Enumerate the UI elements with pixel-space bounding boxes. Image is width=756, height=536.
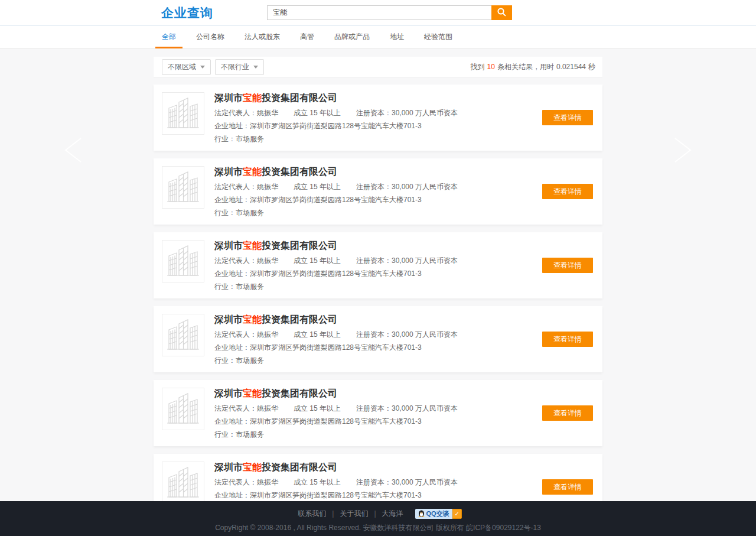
company-info: 深圳市宝能投资集团有限公司 法定代表人：姚振华成立 15 年以上注册资本：30,… xyxy=(214,240,594,291)
chevron-down-icon xyxy=(200,66,205,69)
search-scope-tab[interactable]: 法人或股东 xyxy=(238,26,286,48)
company-name-post: 投资集团有限公司 xyxy=(262,93,337,103)
qq-chat-badge[interactable]: QQ交谈 ✓ xyxy=(415,509,462,519)
results-list: 深圳市宝能投资集团有限公司 法定代表人：姚振华成立 15 年以上注册资本：30,… xyxy=(154,85,602,501)
company-meta-row: 法定代表人：姚振华成立 15 年以上注册资本：30,000 万人民币资本 xyxy=(214,478,594,486)
content-column: 不限区域 不限行业 找到10条相关结果，用时0.021544秒 xyxy=(154,57,602,501)
view-details-button[interactable]: 查看详情 xyxy=(542,184,593,199)
capital-label: 注册资本： xyxy=(356,183,392,191)
company-name-link[interactable]: 深圳市宝能投资集团有限公司 xyxy=(214,92,594,104)
company-info: 深圳市宝能投资集团有限公司 法定代表人：姚振华成立 15 年以上注册资本：30,… xyxy=(214,92,594,143)
company-name-link[interactable]: 深圳市宝能投资集团有限公司 xyxy=(214,166,594,178)
footer-link[interactable]: 联系我们 xyxy=(298,509,326,518)
building-icon xyxy=(167,95,200,132)
search-scope-tab[interactable]: 品牌或产品 xyxy=(328,26,376,48)
legal-rep-label: 法定代表人： xyxy=(214,478,257,486)
tabs: 全部 公司名称 法人或股东 高管 品牌或产品 地址 经验范围 xyxy=(154,26,602,48)
filter-dropdowns: 不限区域 不限行业 xyxy=(162,59,264,75)
tab-bar: 全部 公司名称 法人或股东 高管 品牌或产品 地址 经验范围 xyxy=(0,26,756,48)
company-name-pre: 深圳市 xyxy=(214,93,243,103)
page: 企业查询 全部 公司名称 xyxy=(0,0,756,536)
footer-link-separator: | xyxy=(374,509,376,518)
founded-value: 成立 15 年以上 xyxy=(294,183,341,191)
qq-penguin-icon xyxy=(418,509,425,518)
building-icon xyxy=(167,169,200,206)
footer-link[interactable]: 大海洋 xyxy=(382,509,403,518)
capital-label: 注册资本： xyxy=(356,109,392,117)
company-meta-row: 法定代表人：姚振华成立 15 年以上注册资本：30,000 万人民币资本 xyxy=(214,183,594,191)
carousel-prev-icon[interactable] xyxy=(61,136,86,164)
company-info: 深圳市宝能投资集团有限公司 法定代表人：姚振华成立 15 年以上注册资本：30,… xyxy=(214,166,594,217)
qq-chat-label: QQ交谈 xyxy=(426,509,449,518)
company-meta-row: 法定代表人：姚振华成立 15 年以上注册资本：30,000 万人民币资本 xyxy=(214,256,594,265)
summary-suffix: 秒 xyxy=(588,63,595,71)
results-summary: 找到10条相关结果，用时0.021544秒 xyxy=(470,62,597,72)
capital-value: 30,000 万人民币资本 xyxy=(392,256,458,265)
company-address: 企业地址：深圳市罗湖区笋岗街道梨园路128号宝能汽车大楼701-3 xyxy=(214,269,594,278)
company-name-link[interactable]: 深圳市宝能投资集团有限公司 xyxy=(214,462,594,473)
company-name-keyword-highlight: 宝能 xyxy=(243,241,262,251)
legal-rep-value: 姚振华 xyxy=(257,478,278,486)
legal-rep-label: 法定代表人： xyxy=(214,404,257,412)
company-thumbnail xyxy=(162,240,204,282)
view-details-button[interactable]: 查看详情 xyxy=(542,405,593,421)
search-scope-tab[interactable]: 公司名称 xyxy=(190,26,231,48)
carousel-next-icon[interactable] xyxy=(670,136,695,164)
company-industry: 行业：市场服务 xyxy=(214,282,594,291)
company-result-card: 深圳市宝能投资集团有限公司 法定代表人：姚振华成立 15 年以上注册资本：30,… xyxy=(154,232,602,298)
legal-rep-label: 法定代表人： xyxy=(214,330,257,339)
header: 企业查询 xyxy=(0,0,756,26)
industry-filter-dropdown[interactable]: 不限行业 xyxy=(215,59,264,75)
company-address: 企业地址：深圳市罗湖区笋岗街道梨园路128号宝能汽车大楼701-3 xyxy=(214,122,594,130)
footer-link-separator: | xyxy=(332,509,334,518)
capital-label: 注册资本： xyxy=(356,256,392,265)
company-address: 企业地址：深圳市罗湖区笋岗街道梨园路128号宝能汽车大楼701-3 xyxy=(214,196,594,204)
company-industry: 行业：市场服务 xyxy=(214,430,594,438)
capital-label: 注册资本： xyxy=(356,478,392,486)
chevron-down-icon xyxy=(253,66,258,69)
company-industry: 行业：市场服务 xyxy=(214,209,594,217)
search-input[interactable] xyxy=(267,5,491,20)
company-meta-row: 法定代表人：姚振华成立 15 年以上注册资本：30,000 万人民币资本 xyxy=(214,330,594,339)
company-name-link[interactable]: 深圳市宝能投资集团有限公司 xyxy=(214,240,594,252)
company-name-link[interactable]: 深圳市宝能投资集团有限公司 xyxy=(214,314,594,326)
capital-label: 注册资本： xyxy=(356,404,392,412)
company-industry: 行业：市场服务 xyxy=(214,356,594,365)
company-name-keyword-highlight: 宝能 xyxy=(243,314,262,324)
company-name-pre: 深圳市 xyxy=(214,462,243,472)
capital-value: 30,000 万人民币资本 xyxy=(392,109,458,117)
view-details-button[interactable]: 查看详情 xyxy=(542,258,593,273)
footer-link[interactable]: 关于我们 xyxy=(340,509,368,518)
capital-value: 30,000 万人民币资本 xyxy=(392,183,458,191)
search-scope-tab[interactable]: 经验范围 xyxy=(418,26,459,48)
company-name-link[interactable]: 深圳市宝能投资集团有限公司 xyxy=(214,388,594,399)
company-name-post: 投资集团有限公司 xyxy=(262,462,337,472)
founded-value: 成立 15 年以上 xyxy=(294,109,341,117)
company-result-card: 深圳市宝能投资集团有限公司 法定代表人：姚振华成立 15 年以上注册资本：30,… xyxy=(154,454,602,501)
search-scope-tab[interactable]: 地址 xyxy=(383,26,410,48)
company-name-keyword-highlight: 宝能 xyxy=(243,462,262,472)
region-filter-label: 不限区域 xyxy=(168,62,196,72)
summary-prefix: 找到 xyxy=(471,63,485,71)
view-details-button[interactable]: 查看详情 xyxy=(542,479,593,495)
search-button[interactable] xyxy=(491,5,512,20)
search-scope-tab[interactable]: 全部 xyxy=(155,26,183,48)
view-details-button[interactable]: 查看详情 xyxy=(542,110,593,125)
company-info: 深圳市宝能投资集团有限公司 法定代表人：姚振华成立 15 年以上注册资本：30,… xyxy=(214,462,594,501)
company-name-pre: 深圳市 xyxy=(214,241,243,251)
search-scope-tab[interactable]: 高管 xyxy=(294,26,321,48)
company-address: 企业地址：深圳市罗湖区笋岗街道梨园路128号宝能汽车大楼701-3 xyxy=(214,491,594,499)
footer-links-row: 联系我们|关于我们|大海洋| QQ交谈 xyxy=(0,501,756,519)
search-icon xyxy=(497,7,507,19)
company-name-pre: 深圳市 xyxy=(214,314,243,324)
region-filter-dropdown[interactable]: 不限区域 xyxy=(162,59,211,75)
copyright-text: CopyRight © 2008-2016 , All Rights Reser… xyxy=(0,523,756,533)
building-icon xyxy=(167,464,200,501)
company-address: 企业地址：深圳市罗湖区笋岗街道梨园路128号宝能汽车大楼701-3 xyxy=(214,343,594,352)
company-name-keyword-highlight: 宝能 xyxy=(243,388,262,398)
site-logo[interactable]: 企业查询 xyxy=(161,5,213,21)
company-name-pre: 深圳市 xyxy=(214,388,243,398)
footer: 联系我们|关于我们|大海洋| QQ交谈 xyxy=(0,501,756,536)
legal-rep-value: 姚振华 xyxy=(257,183,278,191)
view-details-button[interactable]: 查看详情 xyxy=(542,332,593,347)
